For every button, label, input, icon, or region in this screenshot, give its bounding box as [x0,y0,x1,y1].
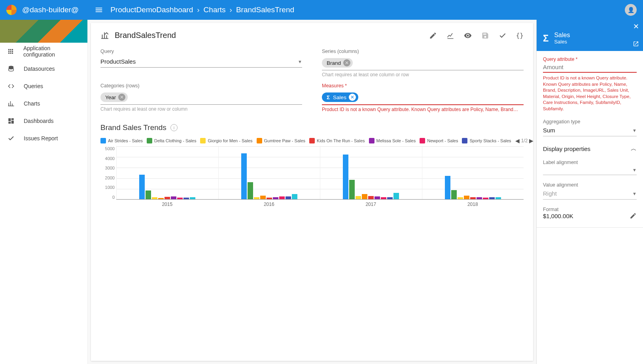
sidebar: Application configuration Datasources Qu… [0,20,88,364]
line-chart-button[interactable] [446,32,454,40]
sidebar-item-label: Datasources [24,66,55,72]
sidebar-item-datasources[interactable]: Datasources [0,60,87,77]
y-axis: 500040003000200010000 [99,146,115,200]
pager-prev-icon[interactable]: ◀ [515,138,520,144]
bar[interactable] [387,197,393,199]
validate-button[interactable] [499,32,507,40]
bar[interactable] [368,196,374,199]
remove-chip-icon[interactable]: ✕ [343,59,350,66]
edit-button[interactable] [429,32,437,40]
sidebar-item-charts[interactable]: Charts [0,95,87,112]
bar[interactable] [171,196,176,199]
close-panel-icon[interactable]: ✕ [633,22,639,31]
card-title: BrandSalesTrend [115,31,176,40]
value-align-select[interactable]: Right ▼ [543,188,637,200]
legend-item[interactable]: Newport - Sales [420,138,458,143]
bar[interactable] [158,198,164,199]
sidebar-item-app-config[interactable]: Application configuration [0,43,87,60]
edit-format-icon[interactable] [630,212,637,219]
avatar[interactable]: 👤 [625,4,637,16]
bar[interactable] [458,197,463,199]
legend-item[interactable]: Sporty Stacks - Sales [462,138,511,143]
legend-item[interactable]: Gumtree Paw - Sales [257,138,306,143]
legend-swatch [309,138,315,143]
categories-chip[interactable]: Year ✕ [100,92,128,102]
series-field[interactable]: Brand ✕ [322,56,524,70]
aggregation-select[interactable]: Sum ▼ [543,124,637,136]
sidebar-item-label: Queries [24,83,43,89]
bar[interactable] [292,194,297,200]
remove-chip-icon[interactable]: ✕ [118,94,125,101]
bar[interactable] [464,196,469,199]
query-attr-label: Query attribute * [543,57,637,62]
bar[interactable] [241,153,247,199]
bar[interactable] [356,196,361,199]
bar[interactable] [254,197,259,199]
pager-text: 1/2 [521,138,528,143]
query-select[interactable]: ProductSales ▼ [100,56,302,68]
bar[interactable] [451,190,457,199]
bar[interactable] [165,197,170,199]
breadcrumb-root[interactable]: ProductDemoDashboard [110,6,193,14]
query-attr-input[interactable] [543,62,637,73]
bar[interactable] [374,196,380,199]
legend-item[interactable]: Giorgio for Men - Sales [200,138,252,143]
open-external-icon[interactable] [633,41,639,47]
bar[interactable] [483,198,488,199]
bar[interactable] [273,197,278,199]
legend-item[interactable]: Melissa Sole - Sales [369,138,416,143]
bar[interactable] [445,176,450,199]
bar[interactable] [495,197,501,199]
sidebar-item-dashboards[interactable]: Dashboards [0,112,87,130]
bar[interactable] [349,180,355,199]
bar[interactable] [279,196,285,199]
pager-next-icon[interactable]: ▶ [529,138,533,144]
series-chip[interactable]: Brand ✕ [322,58,353,68]
legend-label: Sporty Stacks - Sales [469,138,511,143]
bar[interactable] [393,193,399,199]
y-tick: 3000 [99,166,115,170]
aggregation-label: Aggregation type [543,119,637,124]
main-area: BrandSalesTrend {} Query ProductSales ▼ … [88,20,536,364]
display-properties-toggle[interactable]: Display properties ︿ [543,145,637,153]
legend-item[interactable]: Delta Clothing - Sales [147,138,196,143]
bar[interactable] [477,197,482,199]
bar[interactable] [139,175,145,199]
menu-icon[interactable] [95,6,103,14]
measures-chip[interactable]: Σ Sales ✕ [322,92,358,102]
bar[interactable] [260,196,266,199]
bar[interactable] [381,197,386,199]
measures-field[interactable]: Σ Sales ✕ [322,90,524,105]
info-icon[interactable]: i [170,124,178,131]
bar[interactable] [152,197,157,199]
bar[interactable] [248,182,253,199]
bar[interactable] [470,197,476,199]
legend-swatch [369,138,374,143]
bar[interactable] [177,198,183,199]
bar[interactable] [146,190,151,199]
breadcrumb-section[interactable]: Charts [204,6,226,14]
remove-chip-icon[interactable]: ✕ [349,94,356,101]
y-tick: 4000 [99,156,115,161]
preview-button[interactable] [464,32,472,40]
bar[interactable] [343,155,348,199]
json-button[interactable]: {} [516,32,524,40]
categories-label: Categories (rows) [100,83,302,89]
legend-item[interactable]: Air Strides - Sales [100,138,143,143]
sigma-icon: Σ [327,94,330,100]
sidebar-item-queries[interactable]: Queries [0,77,87,95]
bar[interactable] [286,196,291,199]
sidebar-item-label: Issues Report [24,135,58,141]
breadcrumb-leaf[interactable]: BrandSalesTrend [236,6,294,14]
legend-item[interactable]: Kids On The Run - Sales [309,138,365,143]
bar[interactable] [362,194,367,200]
bar[interactable] [489,197,495,199]
chevron-down-icon: ▼ [632,191,637,196]
sidebar-item-issues[interactable]: Issues Report [0,130,87,147]
bar[interactable] [190,197,195,199]
save-button [481,32,489,40]
categories-field[interactable]: Year ✕ [100,90,302,105]
bar[interactable] [267,198,272,199]
label-align-select[interactable]: ▼ [543,165,637,175]
bar[interactable] [183,198,189,199]
